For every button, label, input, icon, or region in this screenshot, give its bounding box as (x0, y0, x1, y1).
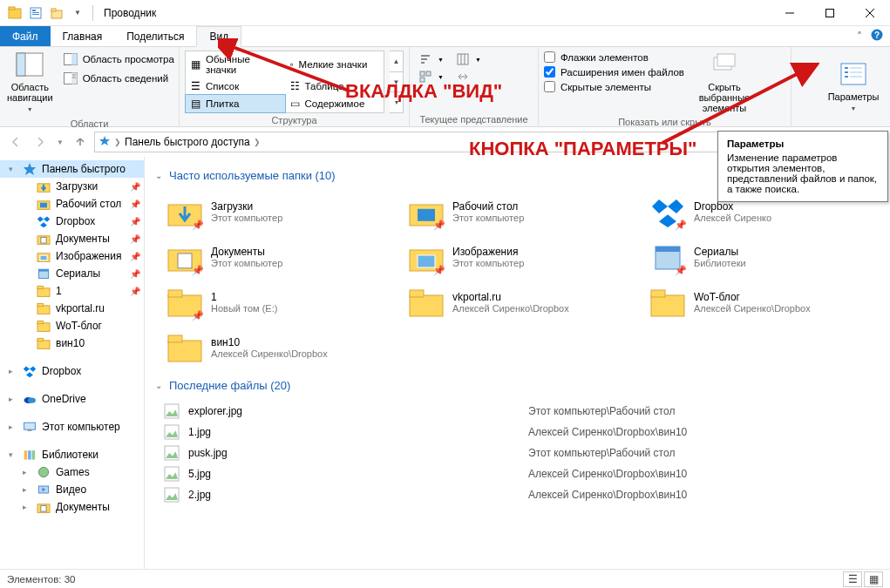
collapse-ribbon-icon[interactable]: ˄ (857, 30, 862, 43)
up-button[interactable] (70, 132, 91, 152)
section-recent[interactable]: ⌄ Последние файлы (20) (155, 379, 880, 392)
tree-item[interactable]: ▸Видео (0, 481, 144, 498)
forward-button[interactable] (30, 132, 51, 152)
tree-item[interactable]: ▾Библиотеки (0, 446, 144, 463)
layout-gallery[interactable]: ▦Обычные значки ▫Мелкие значки ☰Список ☷… (185, 51, 384, 113)
details-pane-button[interactable]: Область сведений (60, 70, 178, 87)
svg-rect-17 (71, 54, 78, 65)
tree-item[interactable]: ▸Dropbox (0, 362, 144, 380)
tree-item[interactable]: Рабочий стол📌 (0, 195, 144, 213)
help-icon[interactable]: ? (871, 29, 883, 44)
folder-icon (37, 336, 51, 350)
tree-item[interactable]: ▾Панель быстрого (0, 160, 144, 178)
qat-newfolder-icon[interactable] (47, 3, 66, 23)
svg-rect-56 (37, 341, 50, 349)
folder-item[interactable]: 📌СериалыБиблиотеки (647, 236, 880, 278)
group-label: Текущее представление (415, 112, 533, 125)
svg-rect-25 (420, 71, 425, 76)
folder-icon (409, 285, 444, 320)
maximize-button[interactable] (810, 0, 850, 26)
folder-icon (167, 330, 202, 365)
checkboxes-toggle[interactable]: Флажки элементов (544, 51, 684, 64)
pics-icon: 📌 (409, 240, 444, 274)
close-button[interactable] (850, 0, 890, 26)
tree-item[interactable]: ▸Этот компьютер (0, 418, 144, 436)
image-icon (164, 424, 180, 440)
preview-pane-button[interactable]: Область просмотра (60, 51, 178, 68)
svg-point-59 (28, 397, 36, 402)
svg-rect-22 (421, 55, 430, 57)
back-button[interactable] (5, 132, 26, 152)
svg-rect-51 (37, 286, 43, 288)
group-label: Области (5, 117, 173, 129)
tree-item[interactable]: Изображения📌 (0, 247, 144, 265)
file-row[interactable]: 1.jpgАлексей Сиренко\Dropbox\вин10 (164, 422, 880, 443)
tree-item[interactable]: Сериалы📌 (0, 265, 144, 282)
ribbon-tabs: Файл Главная Поделиться Вид ˄ ? (0, 26, 890, 47)
svg-rect-35 (845, 67, 848, 69)
folder-item[interactable]: 📌ЗагрузкиЭтот компьютер (164, 191, 397, 233)
tab-file[interactable]: Файл (0, 26, 51, 46)
hidden-toggle[interactable]: Скрытые элементы (544, 80, 684, 93)
nav-pane-button[interactable]: Область навигации ▼ (5, 51, 55, 117)
tree-item[interactable]: vkportal.ru (0, 300, 144, 317)
tree-item[interactable]: Документы📌 (0, 230, 144, 247)
tree-item[interactable]: ▸Документы (0, 498, 144, 516)
svg-rect-54 (37, 323, 50, 332)
extensions-toggle[interactable]: Расширения имен файлов (544, 65, 684, 78)
sizecol-button[interactable] (452, 68, 485, 85)
svg-rect-3 (32, 10, 36, 11)
crumb-root[interactable]: Панель быстрого доступа (125, 136, 250, 148)
view-details-button[interactable]: ☰ (843, 571, 862, 587)
nav-tree[interactable]: ▾Панель быстрогоЗагрузки📌Рабочий стол📌Dr… (0, 157, 145, 569)
svg-rect-79 (168, 290, 182, 297)
desk-icon (37, 197, 51, 211)
minimize-button[interactable] (770, 0, 810, 26)
qat-properties-icon[interactable] (26, 3, 45, 23)
folder-item[interactable]: 📌ДокументыЭтот компьютер (164, 236, 397, 278)
tab-view[interactable]: Вид (196, 26, 241, 47)
hide-selected-button[interactable]: Скрыть выбранные элементы (690, 51, 759, 115)
file-row[interactable]: explorer.jpgЭтот компьютер\Рабочий стол (164, 401, 880, 422)
groupby-button[interactable]: ▼ (415, 68, 447, 85)
file-row[interactable]: 2.jpgАлексей Сиренко\Dropbox\вин10 (164, 484, 880, 505)
games-icon (37, 465, 51, 479)
tree-item[interactable]: Dropbox📌 (0, 213, 144, 230)
qat-customize-icon[interactable]: ▼ (68, 3, 87, 23)
window-title: Проводник (104, 7, 156, 19)
addcol-button[interactable]: ▼ (452, 51, 485, 68)
tree-item[interactable]: ▸Games (0, 463, 144, 481)
tree-item[interactable]: 1📌 (0, 282, 144, 300)
gallery-scroll[interactable]: ▲▼▾ (390, 51, 404, 113)
options-button[interactable]: Параметры ▼ (822, 51, 885, 125)
tree-item[interactable]: вин10 (0, 335, 144, 352)
svg-rect-39 (845, 76, 848, 78)
folder-item[interactable]: WoT-блогАлексей Сиренко\Dropbox (647, 281, 880, 323)
folder-item[interactable]: vkportal.ruАлексей Сиренко\Dropbox (405, 281, 638, 323)
tree-item[interactable]: Загрузки📌 (0, 178, 144, 195)
folder-item[interactable]: вин10Алексей Сиренко\Dropbox (164, 327, 397, 368)
file-row[interactable]: pusk.jpgЭтот компьютер\Рабочий стол (164, 443, 880, 463)
recent-button[interactable]: ▼ (54, 132, 66, 152)
dropbox-icon: 📌 (650, 194, 685, 229)
tab-share[interactable]: Поделиться (114, 26, 196, 46)
view-tiles-button[interactable]: ▦ (864, 571, 883, 587)
folder-icon (37, 319, 51, 333)
folder-item[interactable]: 📌ИзображенияЭтот компьютер (405, 236, 638, 278)
folder-item[interactable]: 📌1Новый том (E:) (164, 281, 397, 323)
tree-item[interactable]: ▸OneDrive (0, 390, 144, 408)
tree-item[interactable]: WoT-блог (0, 317, 144, 335)
lib-icon: 📌 (650, 240, 685, 274)
svg-rect-57 (37, 338, 43, 341)
content-pane[interactable]: ⌄ Часто используемые папки (10) 📌Загрузк… (145, 157, 890, 569)
svg-rect-19 (71, 73, 78, 84)
sort-button[interactable]: ▼ (415, 51, 447, 68)
svg-rect-36 (850, 67, 862, 69)
folder-item[interactable]: 📌Рабочий столЭтот компьютер (405, 191, 638, 233)
svg-rect-40 (850, 76, 862, 78)
svg-rect-84 (168, 341, 201, 362)
tab-home[interactable]: Главная (51, 26, 115, 46)
file-row[interactable]: 5.jpgАлексей Сиренко\Dropbox\вин10 (164, 463, 880, 484)
svg-rect-45 (41, 237, 46, 243)
svg-rect-64 (32, 450, 36, 459)
